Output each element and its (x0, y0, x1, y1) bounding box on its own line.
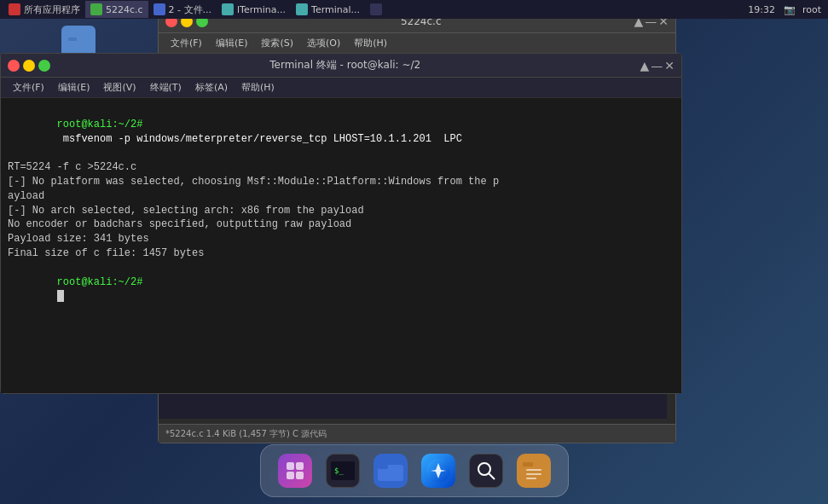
gedit-menu-edit[interactable]: 编辑(E) (209, 37, 255, 49)
terminal-titlebar: Terminal 终端 - root@kali: ~/2 ▲ — ✕ (1, 54, 681, 78)
dock-filemanager-icon (517, 454, 551, 488)
svg-rect-9 (296, 472, 304, 479)
terminal-line-6: No encoder or badchars specified, output… (8, 217, 675, 232)
terminal-line-8: Final size of c file: 1457 bytes (8, 246, 675, 261)
terminal-prompt-1: root@kali:~/2# (57, 119, 143, 130)
taskbar-apps-label: 所有应用程序 (24, 3, 80, 16)
dock: $_ (260, 444, 569, 497)
svg-text:$_: $_ (334, 466, 344, 475)
desktop: 所有应用程序 5224c.c 2 - 文件... lTermina... Ter… (0, 0, 828, 504)
terminal-up-btn[interactable]: ▲ (640, 59, 649, 72)
taskbar-camera: 📷 (780, 4, 799, 15)
dock-search-icon (469, 454, 503, 488)
terminal-line-4: ayload (8, 189, 675, 204)
taskbar-root: root (799, 4, 825, 15)
terminal-menu-edit[interactable]: 编辑(E) (51, 81, 97, 94)
terminal-prompt-2: root@kali:~/2# (57, 276, 143, 288)
terminal-title: Terminal 终端 - root@kali: ~/2 (54, 58, 636, 72)
gedit-status-text: *5224c.c 1.4 KiB (1,457 字节) C 源代码 (165, 428, 327, 440)
terminal-line-1: root@kali:~/2# msfvenom -p windows/meter… (8, 103, 675, 160)
taskbar-term2-label: Terminal... (311, 4, 360, 15)
taskbar-top: 所有应用程序 5224c.c 2 - 文件... lTermina... Ter… (0, 0, 828, 19)
terminal-menu-view[interactable]: 视图(V) (96, 81, 142, 94)
dragon-icon (9, 3, 20, 15)
taskbar-item-gedit[interactable]: 5224c.c (85, 1, 148, 18)
terminal-line-9: root@kali:~/2# (8, 261, 675, 318)
terminal-line-5: [-] No arch selected, selecting arch: x8… (8, 204, 675, 218)
terminal-min-btn[interactable] (23, 60, 35, 72)
gedit-menu-file[interactable]: 文件(F) (164, 37, 209, 49)
svg-rect-20 (523, 462, 533, 466)
taskbar-item-extra[interactable] (365, 1, 391, 18)
term1-icon (222, 3, 234, 15)
taskbar-item-apps[interactable]: 所有应用程序 (3, 1, 85, 18)
dock-switcher-icon (278, 454, 312, 488)
svg-rect-22 (526, 473, 541, 475)
terminal-line-7: Payload size: 341 bytes (8, 232, 675, 246)
files-icon (153, 3, 165, 15)
gedit-icon (90, 3, 102, 15)
terminal-menu-terminal[interactable]: 终端(T) (143, 81, 188, 94)
term2-icon (296, 3, 308, 15)
dock-item-switcher[interactable] (275, 450, 316, 491)
taskbar-term1-label: lTermina... (237, 4, 286, 15)
dock-item-filemanager[interactable] (513, 450, 554, 491)
taskbar-item-term2[interactable]: Terminal... (291, 1, 365, 18)
dock-item-safari[interactable] (418, 450, 459, 491)
extra-icon (370, 3, 382, 15)
svg-rect-1 (68, 38, 77, 41)
gedit-menu-options[interactable]: 选项(O) (300, 37, 347, 49)
svg-rect-23 (526, 478, 536, 479)
dock-terminal-icon: $_ (326, 454, 360, 488)
gedit-menu-search[interactable]: 搜索(S) (254, 37, 300, 49)
terminal-menubar: 文件(F) 编辑(E) 视图(V) 终端(T) 标签(A) 帮助(H) (1, 78, 681, 98)
terminal-window: Terminal 终端 - root@kali: ~/2 ▲ — ✕ 文件(F)… (0, 53, 682, 394)
svg-rect-6 (287, 462, 294, 470)
dock-item-files[interactable] (370, 450, 411, 491)
terminal-cmd-1: msfvenom -p windows/meterpreter/reverse_… (57, 133, 462, 145)
terminal-content[interactable]: root@kali:~/2# msfvenom -p windows/meter… (1, 98, 681, 393)
svg-rect-7 (296, 462, 304, 470)
svg-rect-13 (378, 465, 388, 469)
gedit-statusbar: *5224c.c 1.4 KiB (1,457 字节) C 源代码 (159, 424, 675, 443)
terminal-x-btn[interactable]: ✕ (664, 59, 675, 72)
terminal-menu-help[interactable]: 帮助(H) (235, 81, 281, 94)
terminal-line-2: RT=5224 -f c >5224c.c (8, 160, 675, 175)
terminal-menu-file[interactable]: 文件(F) (6, 81, 51, 94)
svg-rect-8 (287, 472, 294, 479)
terminal-line-3: [-] No platform was selected, choosing M… (8, 175, 675, 189)
taskbar-files-label: 2 - 文件... (169, 3, 211, 16)
taskbar-item-term1[interactable]: lTermina... (217, 1, 291, 18)
svg-rect-21 (526, 469, 541, 471)
terminal-restore-btn[interactable]: — (651, 59, 663, 72)
taskbar-gedit-label: 5224c.c (106, 4, 143, 15)
dock-item-terminal[interactable]: $_ (322, 450, 363, 491)
dock-item-search[interactable] (466, 450, 507, 491)
terminal-menu-tabs[interactable]: 标签(A) (188, 81, 235, 94)
dock-safari-icon (421, 454, 455, 488)
terminal-close-btn[interactable] (8, 60, 20, 72)
gedit-menubar: 文件(F) 编辑(E) 搜索(S) 选项(O) 帮助(H) (159, 33, 675, 54)
taskbar-item-files[interactable]: 2 - 文件... (148, 1, 217, 18)
gedit-menu-help[interactable]: 帮助(H) (347, 37, 394, 49)
terminal-cursor (57, 290, 64, 302)
taskbar-time: 19:32 (743, 4, 780, 15)
dock-files-icon (373, 454, 408, 488)
terminal-max-btn[interactable] (38, 60, 50, 72)
